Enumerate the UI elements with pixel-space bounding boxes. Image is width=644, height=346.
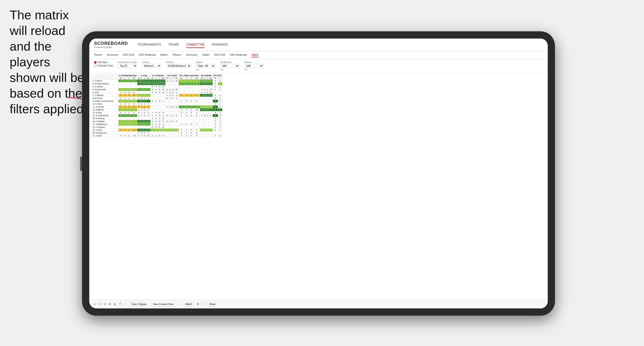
nav-teams[interactable]: TEAMS [168, 42, 179, 48]
division-filter: Division NCAA Division II NCAA Division … [166, 61, 191, 68]
table-row: 18. J Hodgson 0 0 0 11 [92, 126, 222, 129]
zoom-in-icon[interactable]: ⊕ [114, 302, 116, 306]
player-name: 15. H Stranda [92, 117, 118, 120]
players-select[interactable]: (All) [244, 64, 264, 68]
table-row: 10. L Perini 1 0 0 6 0 1 0 2 [92, 103, 222, 106]
gender-select[interactable]: Women's Men's [142, 64, 161, 68]
col-header-dy: 6. A Dy [137, 74, 150, 77]
tablet-side-button [80, 157, 82, 171]
player-name: 6. A Dy [92, 91, 118, 94]
refresh-icon[interactable]: ↺ [104, 302, 106, 306]
undo-icon[interactable]: ↩ [94, 302, 96, 306]
toolbar-sep [126, 302, 126, 307]
player-name: 11. G Woods [92, 106, 118, 108]
gender-filter: Gender Women's Men's [142, 61, 161, 68]
subnav-summary[interactable]: Summary [107, 52, 118, 57]
subnav-matrix2[interactable]: Matrix [252, 52, 259, 57]
subnav-players[interactable]: Players [172, 52, 182, 57]
sub-navigation: Teams Summary H2H Grid H2H Heatmap Matri… [89, 51, 548, 59]
player-name: 18. J Hodgson [92, 126, 118, 129]
compact-view-radio[interactable] [94, 65, 96, 67]
gender-label: Gender [142, 61, 161, 63]
settings-icon[interactable]: ⚙ [197, 302, 199, 306]
full-view-radio[interactable] [94, 61, 96, 64]
clock-icon[interactable]: 🕐 [118, 302, 122, 306]
players-filter: Players (All) (All) [244, 61, 264, 71]
col-header-webb: 38. A Webb [200, 74, 213, 77]
division-label: Division [166, 61, 191, 63]
nav-committee[interactable]: COMMITTEE [186, 42, 205, 48]
zoom-out-icon[interactable]: ⊖ [108, 302, 111, 306]
compact-view-option[interactable]: Compact View [94, 64, 113, 67]
col-header-za: 60. W Za [213, 74, 222, 77]
matrix-table: 2. M Kelly Mulcahy 6. A Dy 11. G Woods 2… [92, 74, 222, 137]
redo-icon[interactable]: ↪ [99, 302, 101, 306]
logo-title: SCOREBOARD [94, 41, 128, 46]
table-row: 9. A Maria Jimenez Rios 1 0 0 9 1 0 0 -7… [92, 100, 222, 103]
subnav-summary2[interactable]: Summary [186, 52, 198, 57]
player-name: 20. E Andersson [92, 132, 118, 135]
table-row: 3. S Jelinek 0 2 0 17 [92, 85, 222, 88]
logo-area: SCOREBOARD Powered by clippd [94, 41, 128, 48]
subnav-teams[interactable]: Teams [94, 52, 102, 57]
division-select[interactable]: NCAA Division II NCAA Division I [166, 64, 191, 68]
subnav-h2h-heatmap[interactable]: H2H Heatmap [139, 52, 156, 57]
conference-select[interactable]: (All) [220, 64, 239, 68]
table-row: 21. O Stoll 4 0 0 -13 2 1 0 14 1 1 0 9 [92, 135, 222, 137]
matrix-area[interactable]: 2. M Kelly Mulcahy 6. A Dy 11. G Woods 2… [89, 73, 548, 300]
table-row: 1. J Garcia 3 1 0 27 3 0 1 -11 4 0 0 10 … [92, 80, 222, 82]
player-name: 8. M Torres [92, 97, 118, 100]
player-name: 7. O Mitchell [92, 94, 118, 97]
player-name: 2. M Kelly Mulcahy [92, 82, 118, 85]
subnav-h2h-heatmap2[interactable]: H2H Heatmap [230, 52, 247, 57]
table-row: 7. O Mitchell 3 0 0 18 2 2 0 2 1 [92, 94, 222, 97]
player-name: 9. A Maria Jimenez Rios [92, 100, 118, 103]
table-row: 14. S Srichantamit 3 1 0 14 0 1 0 5 1 2 … [92, 114, 222, 117]
table-row: 2. M Kelly Mulcahy 0 7 0 40 10 10 0 50 [92, 82, 222, 85]
table-row: 6. A Dy 7 0 0 11 0 0 0 14 1 [92, 91, 222, 94]
subnav-matrix[interactable]: Matrix [160, 52, 168, 57]
full-view-option[interactable]: Full View [94, 61, 113, 64]
tablet-screen: SCOREBOARD Powered by clippd TOURNAMENTS… [89, 38, 548, 308]
conference-filter: Conference (All) (All) [220, 61, 239, 71]
player-name: 16. K Mcgaha [92, 120, 118, 123]
table-row: 16. K Mcgaha 2 1 0 3 1 0 0 11 0 1 0 0 1 [92, 120, 222, 123]
subnav-detail[interactable]: Detail [202, 52, 209, 57]
toolbar-sep2 [179, 302, 180, 307]
compact-view-label: Compact View [98, 64, 113, 67]
view-options: Full View Compact View [94, 61, 113, 67]
nav-items: TOURNAMENTS TEAMS COMMITTEE RANKINGS [138, 42, 228, 48]
region-filter: Region East - DII West - DII (All) [196, 61, 215, 71]
max-players-label: Max players in view [118, 61, 137, 63]
filter-bar: Full View Compact View Max players in vi… [89, 59, 548, 73]
fullscreen-icon[interactable]: ⛶ [202, 302, 204, 306]
player-name: 5. A Nomrowski [92, 88, 118, 91]
nav-tournaments[interactable]: TOURNAMENTS [138, 42, 161, 48]
max-players-filter: Max players in view Top 25 Top 10 Top 50 [118, 61, 137, 68]
view-original-button[interactable]: View: Original [129, 302, 149, 307]
header-player [92, 74, 118, 80]
max-players-select[interactable]: Top 25 Top 10 Top 50 [118, 64, 137, 68]
player-name: 10. L Perini [92, 103, 118, 106]
table-row: 19. J Karrh 3 1 0 19 4 0 0 -20 1 0 0 -31… [92, 129, 222, 132]
nav-rankings[interactable]: RANKINGS [212, 42, 228, 48]
save-custom-button[interactable]: Save Custom View [151, 302, 176, 307]
conference-label: Conference [220, 61, 239, 63]
table-row: 20. E Andersson 2 0 0 4 [92, 132, 222, 135]
subnav-h2h-grid[interactable]: H2H Grid [123, 52, 134, 57]
table-row: 11. G Woods 1 4 0 11 1 0 1 4 1 [92, 106, 222, 108]
bottom-toolbar: ↩ ↪ ↺ ⊖ ⊕ 🕐 View: Original Save Custom V… [89, 300, 548, 308]
player-name: 21. O Stoll [92, 135, 118, 137]
table-row: 8. M Torres 0 0 1 0 1 0 1 2 0 [92, 97, 222, 100]
region-select[interactable]: East - DII West - DII [196, 64, 215, 68]
col-header-woods: 11. G Woods [150, 74, 166, 77]
tablet-device: SCOREBOARD Powered by clippd TOURNAMENTS… [82, 31, 555, 316]
players-label: Players [244, 61, 264, 63]
subnav-h2h-grid2[interactable]: H2H Grid [214, 52, 225, 57]
share-button[interactable]: Share [207, 302, 218, 307]
col-header-schumac: 23. L Marie Schumac. [179, 74, 200, 77]
watch-button[interactable]: Watch [183, 302, 194, 307]
player-name: 13. N Klug [92, 111, 118, 114]
table-row: 5. A Nomrowski 1 0 0 -11 1 0 1 -9 0 0 0 … [92, 88, 222, 91]
player-name: 3. S Jelinek [92, 85, 118, 88]
